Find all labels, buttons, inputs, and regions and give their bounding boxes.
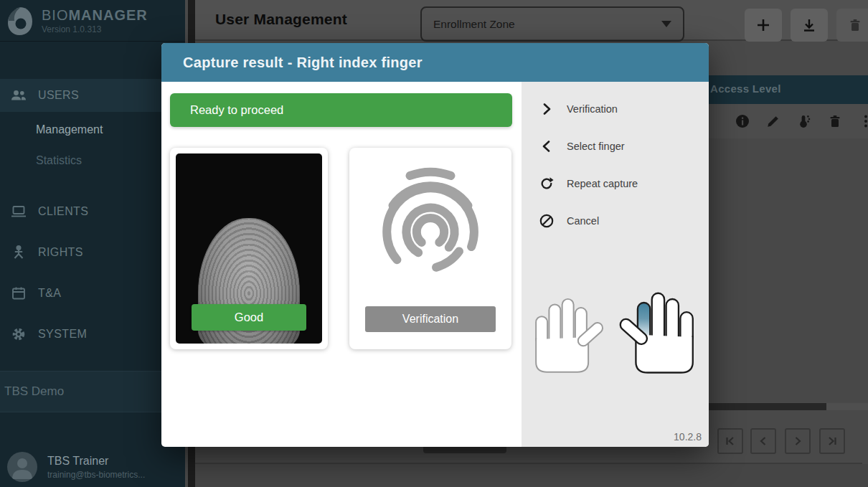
chevron-left-icon [757, 435, 770, 448]
status-banner: Ready to proceed [170, 93, 512, 127]
sidebar-item-label: RIGHTS [38, 246, 83, 259]
first-page-icon [724, 435, 737, 448]
horizontal-scrollbar-thumb[interactable] [709, 403, 826, 410]
user-name: TBS Trainer [47, 455, 145, 468]
left-hand-selector[interactable] [527, 278, 609, 387]
sample-type-badge[interactable]: Verification [365, 306, 496, 332]
edit-icon[interactable] [765, 113, 781, 129]
chevron-right-icon [791, 435, 804, 448]
brand-name: BIOMANAGER [42, 7, 148, 24]
workspace-name: TBS Demo [4, 384, 64, 399]
calendar-icon [10, 285, 27, 301]
action-verification[interactable]: Verification [522, 90, 709, 128]
info-icon[interactable] [735, 113, 750, 129]
sidebar-item-label: T&A [38, 287, 61, 300]
chevron-right-icon [539, 101, 555, 117]
sidebar-item-management[interactable]: Management [36, 123, 103, 136]
sidebar-item-statistics[interactable]: Statistics [36, 154, 82, 167]
plus-icon [755, 17, 771, 33]
avatar [7, 452, 37, 482]
sidebar-item-ta[interactable]: T&A [0, 277, 185, 310]
app-window: User Management Enrollment Zone Access L… [0, 0, 868, 487]
right-hand-selector[interactable] [613, 273, 702, 387]
action-label: Repeat capture [567, 178, 638, 189]
capture-result-dialog: Capture result - Right index finger Read… [161, 43, 709, 447]
chevron-left-icon [539, 138, 555, 154]
biomanager-logo-icon [6, 5, 34, 37]
person-icon [7, 452, 37, 482]
app-version: Version 1.0.313 [42, 24, 148, 34]
pagination-prev-button[interactable] [750, 428, 776, 454]
column-access-level: Access Level [710, 82, 781, 95]
pagination-next-button[interactable] [785, 428, 811, 454]
refresh-icon [539, 176, 555, 192]
action-cancel[interactable]: Cancel [522, 202, 709, 240]
sdk-version: 10.2.8 [674, 431, 702, 443]
rights-icon [10, 245, 27, 260]
captured-sample-card: Good [170, 148, 328, 349]
sidebar-item-label: USERS [38, 89, 79, 102]
page-title: User Management [215, 11, 347, 28]
action-repeat-capture[interactable]: Repeat capture [522, 165, 709, 202]
trash-icon [847, 17, 863, 33]
users-icon [10, 88, 27, 103]
sidebar-item-system[interactable]: SYSTEM [0, 318, 185, 351]
page-background [195, 464, 868, 487]
kebab-icon[interactable] [858, 113, 868, 129]
pagination-last-button[interactable] [819, 428, 845, 454]
sidebar-item-clients[interactable]: CLIENTS [0, 195, 185, 228]
delete-button[interactable] [836, 9, 868, 42]
chevron-down-icon [661, 21, 671, 27]
dialog-action-panel: Verification Select finger Repeat captur… [522, 82, 709, 447]
fingerprint-capture-image: Good [176, 153, 322, 344]
dialog-header: Capture result - Right index finger [161, 43, 709, 82]
dialog-title: Capture result - Right index finger [183, 55, 423, 71]
sidebar-item-rights[interactable]: RIGHTS [0, 236, 185, 269]
status-text: Ready to proceed [190, 103, 283, 117]
dialog-body: Ready to proceed Good [161, 82, 709, 447]
verification-sample-card: Verification [349, 148, 511, 349]
quality-badge[interactable]: Good [192, 304, 306, 331]
trash-icon[interactable] [827, 113, 843, 129]
clients-icon [10, 204, 27, 219]
pagination-first-button[interactable] [717, 428, 743, 454]
action-select-finger[interactable]: Select finger [522, 128, 709, 165]
sidebar: BIOMANAGER Version 1.0.313 USERS Managem… [0, 0, 185, 487]
action-label: Select finger [567, 141, 625, 152]
sidebar-item-label: SYSTEM [38, 328, 87, 341]
fingerprint-icon [373, 161, 488, 278]
download-button[interactable] [791, 9, 828, 42]
sidebar-item-users[interactable]: USERS [0, 79, 185, 112]
action-label: Verification [567, 103, 618, 115]
cancel-icon [539, 213, 555, 229]
add-user-button[interactable] [745, 9, 782, 42]
enroll-finger-icon[interactable] [796, 113, 812, 129]
last-page-icon [826, 435, 839, 448]
download-icon [801, 17, 817, 33]
zone-select-dropdown[interactable]: Enrollment Zone [420, 6, 684, 42]
user-email: training@tbs-biometrics... [47, 470, 145, 480]
gear-icon [10, 326, 27, 342]
action-label: Cancel [567, 215, 599, 227]
brand-block: BIOMANAGER Version 1.0.313 [0, 0, 185, 42]
zone-select-value: Enrollment Zone [433, 18, 515, 31]
current-user-block[interactable]: TBS Trainer training@tbs-biometrics... [7, 452, 145, 482]
sidebar-item-label: CLIENTS [38, 205, 88, 218]
workspace-selector[interactable]: TBS Demo [0, 371, 185, 412]
